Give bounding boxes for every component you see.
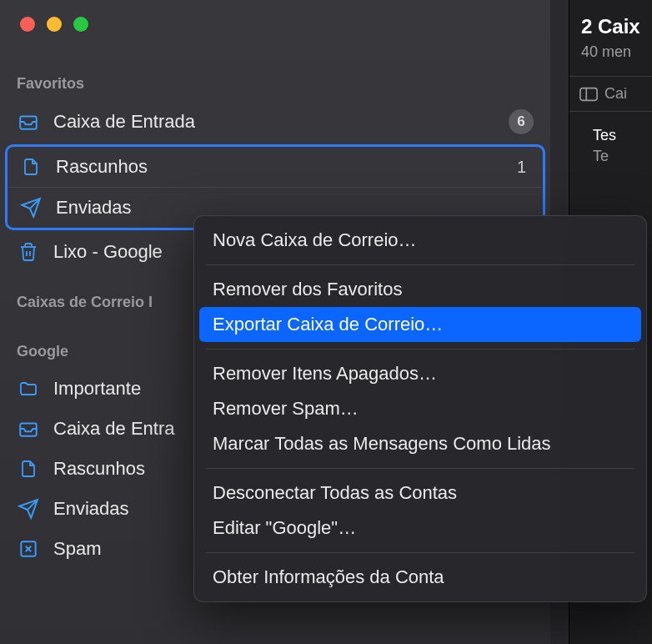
paper-plane-icon: [19, 196, 43, 219]
menu-item-account-info[interactable]: Obter Informações da Conta: [194, 560, 646, 595]
menu-item-mark-all-read[interactable]: Marcar Todas as Mensagens Como Lidas: [194, 426, 646, 461]
paper-plane-icon: [17, 497, 40, 521]
menu-separator: [206, 552, 634, 553]
menu-separator: [206, 264, 634, 265]
sidebar-item-drafts[interactable]: Rascunhos 1: [8, 147, 543, 187]
window-controls: [0, 17, 550, 32]
menu-separator: [206, 349, 634, 350]
document-icon: [19, 155, 43, 179]
folder-icon: [17, 377, 40, 400]
menu-separator: [206, 468, 634, 469]
sidebar-layout-icon: [579, 87, 598, 102]
sidebar-item-label: Caixa de Entrada: [53, 111, 495, 133]
item-count: 1: [517, 158, 531, 177]
minimize-window-button[interactable]: [47, 17, 62, 32]
fullscreen-window-button[interactable]: [73, 17, 88, 32]
menu-item-remove-spam[interactable]: Remover Spam…: [194, 391, 646, 426]
menu-item-remove-favorites[interactable]: Remover dos Favoritos: [194, 272, 646, 307]
menu-item-remove-deleted[interactable]: Remover Itens Apagados…: [194, 356, 646, 391]
toolbar-label: Cai: [604, 85, 627, 103]
menu-item-disconnect-accounts[interactable]: Desconectar Todas as Contas: [194, 475, 646, 511]
menu-item-edit-account[interactable]: Editar "Google"…: [194, 511, 646, 546]
message-list-toolbar[interactable]: Cai: [569, 76, 652, 112]
menu-item-export-mailbox[interactable]: Exportar Caixa de Correio…: [199, 307, 641, 342]
document-icon: [17, 457, 40, 480]
sidebar-item-label: Rascunhos: [56, 156, 504, 178]
unread-badge: 6: [509, 109, 534, 134]
close-window-button[interactable]: [20, 17, 35, 32]
mailbox-title: 2 Caix: [569, 0, 652, 42]
section-header-favorites[interactable]: Favoritos: [0, 68, 550, 101]
menu-item-new-mailbox[interactable]: Nova Caixa de Correio…: [194, 223, 646, 258]
trash-icon: [17, 240, 40, 264]
sidebar-item-inbox[interactable]: Caixa de Entrada 6: [0, 101, 550, 143]
message-row-title[interactable]: Tes: [569, 112, 652, 146]
spam-x-icon: [17, 537, 40, 561]
inbox-tray-icon: [17, 110, 40, 133]
inbox-tray-icon: [17, 417, 40, 440]
message-row-preview: Te: [569, 146, 652, 165]
mailbox-subtitle: 40 men: [569, 42, 652, 76]
svg-rect-1: [580, 88, 597, 100]
mailbox-context-menu: Nova Caixa de Correio… Remover dos Favor…: [193, 215, 647, 602]
